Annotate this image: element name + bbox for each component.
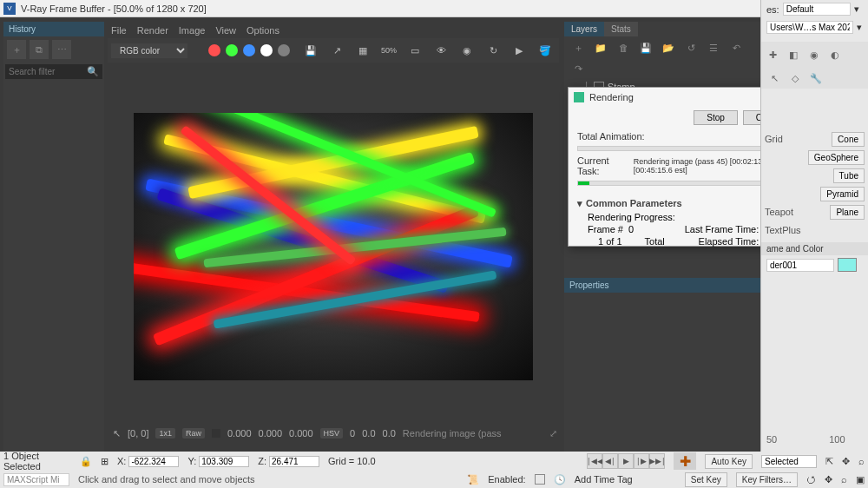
path-input[interactable] bbox=[766, 21, 853, 34]
max-icon[interactable]: ▣ bbox=[856, 474, 865, 485]
keyfilters-button[interactable]: Key Filters… bbox=[736, 472, 798, 487]
nav-icon-1[interactable]: ⇱ bbox=[825, 456, 833, 467]
lock-icon[interactable]: 🔒 bbox=[80, 456, 92, 467]
preset-menu-icon[interactable]: ▾ bbox=[854, 3, 859, 15]
save-icon[interactable]: 💾 bbox=[300, 41, 321, 60]
preset-input[interactable] bbox=[783, 3, 851, 16]
arrow-icon[interactable]: ↗ bbox=[326, 41, 347, 60]
green-channel-icon[interactable] bbox=[226, 44, 238, 56]
maxscript-bar: Click and drag to select and move object… bbox=[0, 471, 868, 488]
menu-file[interactable]: File bbox=[111, 25, 127, 36]
zoom-nav-icon[interactable]: ⌕ bbox=[841, 474, 847, 485]
enabled-checkbox[interactable] bbox=[535, 474, 545, 485]
history-more-icon[interactable]: ⋯ bbox=[52, 40, 71, 59]
folder-icon[interactable]: 📁 bbox=[592, 40, 609, 56]
raw-button[interactable]: Raw bbox=[182, 428, 205, 439]
history-header: History bbox=[3, 22, 104, 36]
channel-select[interactable]: RGB color bbox=[111, 43, 187, 58]
geosphere-button[interactable]: GeoSphere bbox=[808, 150, 865, 165]
grid-icon[interactable]: ▦ bbox=[352, 41, 373, 60]
tube-button[interactable]: Tube bbox=[833, 168, 865, 183]
grid-value: 10.0 bbox=[357, 456, 375, 466]
teapot-stop-icon[interactable]: ◉ bbox=[457, 41, 477, 60]
y-input[interactable] bbox=[199, 456, 249, 467]
tab-stats[interactable]: Stats bbox=[604, 22, 638, 36]
menu-render[interactable]: Render bbox=[137, 25, 168, 36]
add-layer-icon[interactable]: ＋ bbox=[569, 40, 587, 56]
z-input[interactable] bbox=[269, 456, 319, 467]
cone-button[interactable]: Cone bbox=[832, 132, 865, 147]
pixel-pos: [0, 0] bbox=[128, 428, 148, 439]
arrow-tool-icon[interactable]: ↖ bbox=[766, 70, 782, 86]
history-search-input[interactable] bbox=[9, 67, 78, 76]
hierarchy-tab-icon[interactable]: ◉ bbox=[806, 47, 822, 63]
grid-label: Grid bbox=[765, 132, 783, 147]
coord-icon[interactable]: ⊞ bbox=[101, 456, 108, 467]
history-add-icon[interactable]: ＋ bbox=[7, 40, 26, 59]
goto-start-icon[interactable]: ∣◀◀ bbox=[587, 453, 602, 469]
layers-toolbar: ＋ 📁 🗑 💾 📂 ↺ ☰ ↶ ↷ bbox=[564, 36, 760, 80]
raw-r: 0.000 bbox=[227, 428, 252, 439]
prev-frame-icon[interactable]: ◀∣ bbox=[602, 453, 618, 469]
hammer-icon[interactable]: 🔧 bbox=[808, 70, 824, 86]
reset-icon[interactable]: ↺ bbox=[682, 40, 700, 56]
autokey-button[interactable]: Auto Key bbox=[705, 454, 753, 469]
next-frame-icon[interactable]: ∣▶ bbox=[634, 453, 649, 469]
selection-count: 1 Object Selected bbox=[3, 451, 71, 472]
menu-view[interactable]: View bbox=[215, 25, 236, 36]
history-panel: History ＋ ⧉ ⋯ 🔍 bbox=[3, 22, 104, 452]
setkey-button[interactable]: Set Key bbox=[685, 472, 727, 487]
add-time-tag[interactable]: Add Time Tag bbox=[575, 474, 633, 485]
alpha-channel-icon[interactable] bbox=[278, 44, 290, 56]
tab-layers[interactable]: Layers bbox=[564, 22, 604, 36]
menu-bar: File Render Image View Options bbox=[108, 22, 559, 39]
object-name-input[interactable] bbox=[766, 259, 834, 272]
hsv-button[interactable]: HSV bbox=[320, 428, 344, 439]
stop-button[interactable]: Stop bbox=[694, 110, 738, 125]
load-preset-icon[interactable]: 📂 bbox=[660, 40, 677, 56]
undo-icon[interactable]: ↶ bbox=[727, 40, 745, 56]
search-icon: 🔍 bbox=[87, 66, 99, 77]
create-tab-icon[interactable]: ✚ bbox=[765, 47, 780, 63]
menu-image[interactable]: Image bbox=[179, 25, 206, 36]
pan-icon[interactable]: ✥ bbox=[825, 474, 832, 485]
shape-tool-icon[interactable]: ◇ bbox=[787, 70, 803, 86]
key-mode-select[interactable] bbox=[761, 455, 817, 468]
enabled-label: Enabled: bbox=[488, 474, 525, 485]
redo-icon[interactable]: ↷ bbox=[569, 61, 587, 76]
maxscript-input[interactable] bbox=[3, 473, 69, 486]
nav-icon-2[interactable]: ✥ bbox=[842, 456, 850, 467]
delete-icon[interactable]: 🗑 bbox=[615, 40, 632, 56]
history-snapshot-icon[interactable]: ⧉ bbox=[30, 40, 49, 59]
history-search[interactable]: 🔍 bbox=[5, 64, 102, 79]
expand-icon[interactable]: ⤢ bbox=[549, 428, 557, 439]
mono-channel-icon[interactable] bbox=[260, 44, 273, 56]
teapot-label: Teapot bbox=[765, 205, 793, 220]
play-icon[interactable]: ▶ bbox=[618, 453, 634, 469]
pyramid-button[interactable]: Pyramid bbox=[820, 187, 865, 201]
eye-icon[interactable]: 👁 bbox=[431, 41, 451, 60]
script-icon[interactable]: 📜 bbox=[467, 474, 479, 485]
aspect-button[interactable]: 1x1 bbox=[155, 428, 175, 439]
plane-button[interactable]: Plane bbox=[830, 205, 865, 220]
teapot-render-icon[interactable]: ▶ bbox=[509, 41, 529, 60]
blue-channel-icon[interactable] bbox=[243, 44, 255, 56]
menu-options[interactable]: Options bbox=[247, 25, 279, 36]
clock-icon: 🕓 bbox=[554, 474, 566, 485]
teapot-refresh-icon[interactable]: ↻ bbox=[483, 41, 503, 60]
red-channel-icon[interactable] bbox=[208, 44, 220, 56]
list-icon[interactable]: ☰ bbox=[705, 40, 722, 56]
nav-icon-3[interactable]: ⌕ bbox=[858, 456, 865, 466]
goto-end-icon[interactable]: ▶▶∣ bbox=[649, 453, 665, 469]
region-icon[interactable]: ▭ bbox=[404, 41, 425, 60]
zoom-icon[interactable]: 50% bbox=[378, 41, 399, 60]
motion-tab-icon[interactable]: ◐ bbox=[827, 47, 843, 63]
path-menu-icon[interactable]: ▾ bbox=[857, 22, 862, 33]
color-swatch[interactable] bbox=[838, 258, 857, 272]
save-preset-icon[interactable]: 💾 bbox=[637, 40, 654, 56]
x-input[interactable] bbox=[128, 456, 179, 467]
key-button[interactable]: ✚ bbox=[674, 452, 696, 470]
bucket-icon[interactable]: 🪣 bbox=[535, 41, 556, 60]
orbit-icon[interactable]: ⭯ bbox=[806, 474, 816, 485]
modify-tab-icon[interactable]: ◧ bbox=[786, 47, 801, 63]
